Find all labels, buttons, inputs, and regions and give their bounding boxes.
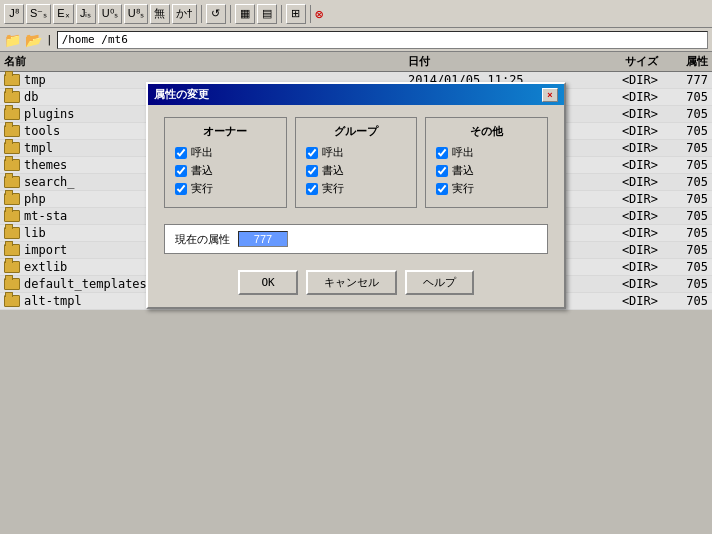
- modal-body: オーナー 呼出 書込 実行: [148, 105, 564, 307]
- grid1-btn[interactable]: ▦: [235, 4, 255, 24]
- grid2-btn[interactable]: ▤: [257, 4, 277, 24]
- modal-title: 属性の変更: [154, 87, 209, 102]
- other-write-checkbox[interactable]: [436, 165, 448, 177]
- other-read-label: 呼出: [452, 145, 474, 160]
- u8s-btn[interactable]: U⁸ₛ: [124, 4, 148, 24]
- permissions-grid: オーナー 呼出 書込 実行: [164, 117, 548, 208]
- owner-group: オーナー 呼出 書込 実行: [164, 117, 287, 208]
- other-write-row[interactable]: 書込: [436, 163, 537, 178]
- group-read-checkbox[interactable]: [306, 147, 318, 159]
- group-write-row[interactable]: 書込: [306, 163, 407, 178]
- group-label: グループ: [306, 124, 407, 139]
- other-write-label: 書込: [452, 163, 474, 178]
- owner-write-checkbox[interactable]: [175, 165, 187, 177]
- separator-3: [281, 5, 282, 23]
- modal-overlay: 属性の変更 × オーナー 呼出: [0, 52, 712, 534]
- ok-button[interactable]: OK: [238, 270, 298, 295]
- other-label: その他: [436, 124, 537, 139]
- u0s-btn[interactable]: U⁰ₛ: [98, 4, 122, 24]
- owner-write-label: 書込: [191, 163, 213, 178]
- separator-4: [310, 5, 311, 23]
- toolbar: J⁸ S⁻ₛ Eₓ Jᵢₛ U⁰ₛ U⁸ₛ 無 か† ↺ ▦ ▤ ⊞ ⊗: [0, 0, 712, 28]
- group-exec-row[interactable]: 実行: [306, 181, 407, 196]
- group-write-checkbox[interactable]: [306, 165, 318, 177]
- owner-write-row[interactable]: 書込: [175, 163, 276, 178]
- j8-btn[interactable]: J⁸: [4, 4, 24, 24]
- main-container: J⁸ S⁻ₛ Eₓ Jᵢₛ U⁰ₛ U⁸ₛ 無 か† ↺ ▦ ▤ ⊞ ⊗ 📁 📂…: [0, 0, 712, 534]
- mu-btn[interactable]: 無: [150, 4, 170, 24]
- group-exec-checkbox[interactable]: [306, 183, 318, 195]
- group-read-row[interactable]: 呼出: [306, 145, 407, 160]
- folder-open-icon: 📁: [4, 32, 21, 48]
- modal-titlebar: 属性の変更 ×: [148, 84, 564, 105]
- owner-read-label: 呼出: [191, 145, 213, 160]
- owner-exec-checkbox[interactable]: [175, 183, 187, 195]
- other-read-row[interactable]: 呼出: [436, 145, 537, 160]
- current-attr-row: 現在の属性: [164, 224, 548, 254]
- address-path[interactable]: /home /mt6: [57, 31, 708, 49]
- other-group: その他 呼出 書込 実行: [425, 117, 548, 208]
- current-attr-label: 現在の属性: [175, 232, 230, 247]
- separator-2: [230, 5, 231, 23]
- ss-btn[interactable]: S⁻ₛ: [26, 4, 51, 24]
- modal-close-button[interactable]: ×: [542, 88, 558, 102]
- path-separator: |: [46, 33, 53, 46]
- jis-btn[interactable]: Jᵢₛ: [76, 4, 96, 24]
- permissions-dialog: 属性の変更 × オーナー 呼出: [146, 82, 566, 309]
- filter-btn[interactable]: ⊞: [286, 4, 306, 24]
- cancel-button[interactable]: キャンセル: [306, 270, 397, 295]
- content-area: 名前 日付 サイズ 属性 tmp 2014/01/05 11:25 <DIR> …: [0, 52, 712, 534]
- separator-1: [201, 5, 202, 23]
- group-write-label: 書込: [322, 163, 344, 178]
- refresh-btn[interactable]: ↺: [206, 4, 226, 24]
- help-button[interactable]: ヘルプ: [405, 270, 474, 295]
- modal-buttons: OK キャンセル ヘルプ: [164, 270, 548, 295]
- other-exec-checkbox[interactable]: [436, 183, 448, 195]
- group-read-label: 呼出: [322, 145, 344, 160]
- owner-exec-row[interactable]: 実行: [175, 181, 276, 196]
- owner-label: オーナー: [175, 124, 276, 139]
- owner-exec-label: 実行: [191, 181, 213, 196]
- stop-icon: ⊗: [315, 6, 323, 22]
- group-group: グループ 呼出 書込 実行: [295, 117, 418, 208]
- owner-read-row[interactable]: 呼出: [175, 145, 276, 160]
- folder-icon-2: 📂: [25, 32, 42, 48]
- group-exec-label: 実行: [322, 181, 344, 196]
- ex-btn[interactable]: Eₓ: [53, 4, 73, 24]
- addressbar: 📁 📂 | /home /mt6: [0, 28, 712, 52]
- kata-btn[interactable]: か†: [172, 4, 197, 24]
- owner-read-checkbox[interactable]: [175, 147, 187, 159]
- current-attr-input[interactable]: [238, 231, 288, 247]
- other-exec-label: 実行: [452, 181, 474, 196]
- other-exec-row[interactable]: 実行: [436, 181, 537, 196]
- other-read-checkbox[interactable]: [436, 147, 448, 159]
